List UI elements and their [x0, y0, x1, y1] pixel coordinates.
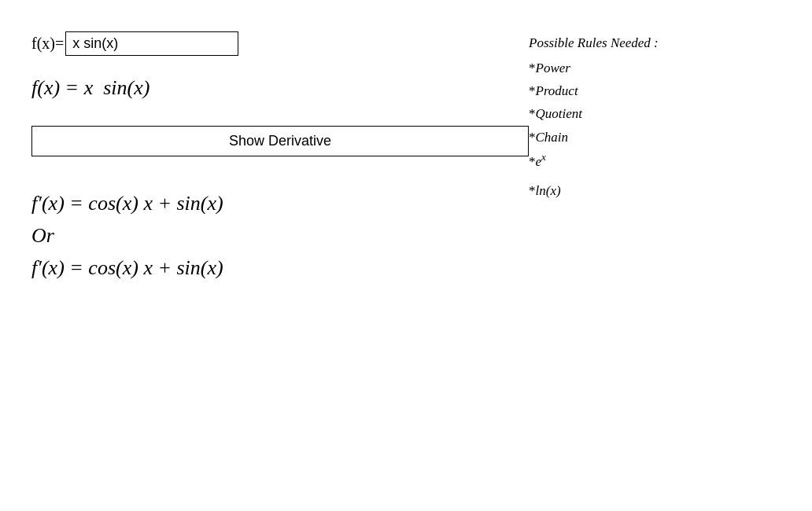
show-derivative-button[interactable]: Show Derivative [31, 126, 529, 156]
function-input[interactable] [65, 31, 238, 56]
derivative-line-2: f′(x) = cos(x) x + sin(x) [31, 252, 529, 283]
rules-title: Possible Rules Needed : [529, 35, 781, 51]
formula-display: f(x) = x sin(x) [31, 74, 529, 102]
rule-power: *Power [529, 57, 781, 79]
derivative-line-1: f′(x) = cos(x) x + sin(x) [31, 188, 529, 219]
left-panel: f(x)= f(x) = x sin(x) Show Derivative f′… [31, 31, 529, 480]
rule-product: *Product [529, 80, 781, 101]
rule-quotient: *Quotient [529, 103, 781, 124]
formula-text: f(x) = x sin(x) [31, 76, 149, 99]
right-panel: Possible Rules Needed : *Power *Product … [529, 31, 781, 480]
rule-chain: *Chain [529, 127, 781, 148]
or-line: Or [31, 220, 529, 251]
fx-label: f(x)= [31, 35, 64, 53]
rule-exp: *ex [529, 149, 781, 172]
derivative-results: f′(x) = cos(x) x + sin(x) Or f′(x) = cos… [31, 188, 529, 283]
rule-ln: *ln(x) [529, 180, 781, 201]
input-row: f(x)= [31, 31, 529, 56]
rules-list: *Power *Product *Quotient *Chain *ex *ln… [529, 57, 781, 201]
